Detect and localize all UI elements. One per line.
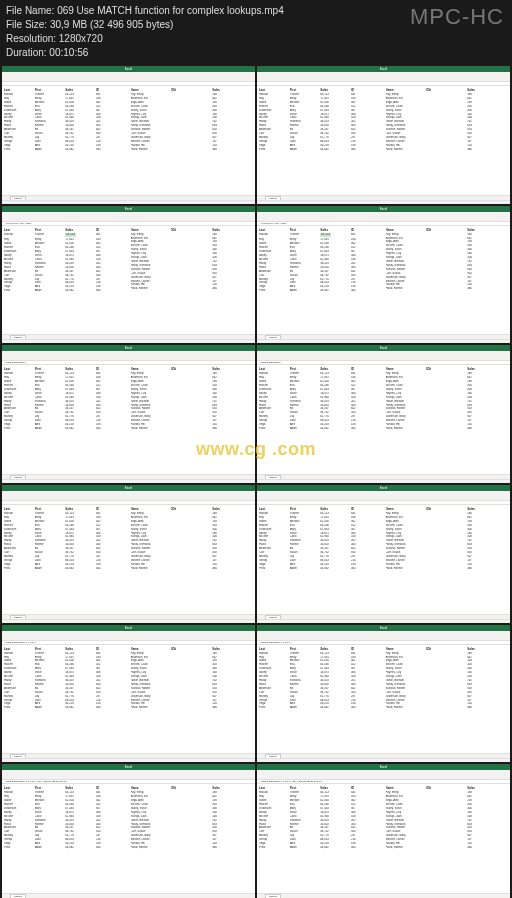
thumbnail-8[interactable]: Excel=INDEX($I$3:$I$17,MATCH(LastFirstSa… (2, 625, 255, 763)
cell: Hood, Ronnie (386, 427, 427, 431)
cell: 384 (212, 148, 253, 152)
col-header: Sales (65, 507, 96, 511)
col-header: ID# (171, 507, 212, 511)
cell (171, 427, 212, 431)
col-header: Name (386, 507, 427, 511)
cell: Hood, Ronnie (131, 846, 172, 850)
col-header: ID (351, 367, 382, 371)
table-row: Hood, Ronnie384 (131, 427, 254, 431)
excel-ribbon (2, 351, 255, 361)
cell: 384 (212, 567, 253, 571)
col-header: First (290, 367, 321, 371)
table-row: Hood, Ronnie384 (131, 846, 254, 850)
cell: 364 (96, 427, 127, 431)
col-header: ID (96, 367, 127, 371)
col-header: Last (259, 507, 290, 511)
cell: Adam (35, 427, 66, 431)
thumbnail-7[interactable]: ExcelLastFirstSalesIDRandolYvonne63,1138… (257, 485, 510, 623)
cell: 364 (351, 846, 382, 850)
worksheet-area: LastFirstSalesIDRandolYvonne63,113831Hoy… (257, 86, 510, 198)
cell: 364 (351, 567, 382, 571)
data-table-left: LastFirstSalesIDRandolYvonne63,113831Hoy… (2, 365, 129, 477)
excel-ribbon (257, 491, 510, 501)
status-bar (257, 758, 510, 762)
col-header: ID (351, 647, 382, 651)
col-header: ID# (171, 786, 212, 790)
col-header: ID# (426, 647, 467, 651)
duration-value: 00:10:56 (49, 46, 88, 60)
col-header: Sales (212, 88, 253, 92)
cell: Adam (290, 706, 321, 710)
col-header: Sales (320, 647, 351, 651)
excel-ribbon (257, 212, 510, 222)
col-header: Last (259, 367, 290, 371)
thumbnail-2[interactable]: Excel=VLOOKUP(A3&", "&B3,LastFirstSalesI… (2, 206, 255, 344)
thumbnail-11[interactable]: Excel=INDEX($I$3:$I$17,MATCH(A3&", "&B3,… (257, 764, 510, 898)
col-header: Sales (65, 786, 96, 790)
cell: Frost (259, 427, 290, 431)
col-header: ID (96, 228, 127, 232)
thumbnail-4[interactable]: Excel=INDEX($I$3:$I$17,LastFirstSalesIDR… (2, 345, 255, 483)
table-row: Hood, Ronnie384 (131, 287, 254, 291)
thumbnail-0[interactable]: ExcelLastFirstSalesIDRandolYvonne63,1138… (2, 66, 255, 204)
data-table-right: NameID#SalesRoy, Emily189Anderson, Ed642… (384, 645, 511, 757)
table-row: FrostAdam43,082364 (4, 148, 127, 152)
cell: 364 (96, 846, 127, 850)
col-header: ID (351, 88, 382, 92)
col-header: ID# (171, 647, 212, 651)
table-row: Hood, Ronnie384 (386, 148, 509, 152)
thumbnail-1[interactable]: ExcelLastFirstSalesIDRandolYvonne63,1138… (257, 66, 510, 204)
col-header: Name (386, 647, 427, 651)
col-header: First (35, 88, 66, 92)
player-name-label: MPC-HC (410, 4, 504, 30)
col-header: Last (4, 228, 35, 232)
worksheet-area: LastFirstSalesIDRandolYvonne63,113831Hoy… (2, 505, 255, 617)
col-header: Name (131, 786, 172, 790)
col-header: ID# (171, 367, 212, 371)
col-header: ID (351, 786, 382, 790)
thumbnail-3[interactable]: Excel=VLOOKUP(A3&", "&B3,LastFirstSalesI… (257, 206, 510, 344)
table-row: FrostAdam43,082364 (259, 289, 382, 293)
data-table-left: LastFirstSalesIDRandolYvonne63,113831Hoy… (2, 226, 129, 338)
thumbnail-6[interactable]: ExcelLastFirstSalesIDRandolYvonne63,1138… (2, 485, 255, 623)
worksheet-area: LastFirstSalesIDRandolYvonne63,113831Hoy… (257, 226, 510, 338)
col-header: Sales (65, 367, 96, 371)
cell: Hood, Ronnie (386, 846, 427, 850)
table-row: Hood, Ronnie384 (131, 706, 254, 710)
table-row: FrostAdam43,082364 (4, 427, 127, 431)
cell: 43,082 (65, 706, 96, 710)
col-header: Sales (320, 228, 351, 232)
col-header: Name (131, 507, 172, 511)
cell: 43,082 (320, 289, 351, 293)
thumbnail-9[interactable]: Excel=INDEX($I$3:$I$17,MATCH(LastFirstSa… (257, 625, 510, 763)
cell (426, 846, 467, 850)
cell: 364 (351, 706, 382, 710)
col-header: Name (131, 88, 172, 92)
cell: Adam (290, 148, 321, 152)
worksheet-area: LastFirstSalesIDRandolYvonne63,113831Hoy… (257, 365, 510, 477)
cell: Frost (4, 567, 35, 571)
cell: 384 (467, 148, 508, 152)
col-header: Sales (320, 786, 351, 790)
data-table-right: NameID#SalesRoy, Emily189Anderson, Ed642… (129, 645, 256, 757)
data-table-left: LastFirstSalesIDRandolYvonne63,113831Hoy… (257, 505, 384, 617)
col-header: Last (259, 228, 290, 232)
cell: 43,082 (65, 427, 96, 431)
col-header: Last (4, 647, 35, 651)
col-header: Name (131, 647, 172, 651)
cell: 43,082 (65, 567, 96, 571)
table-row: FrostAdam43,082364 (4, 706, 127, 710)
cell: Adam (35, 706, 66, 710)
col-header: Name (131, 228, 172, 232)
thumbnail-10[interactable]: Excel=INDEX($I$3:$I$17,MATCH(A3&", "&B3,… (2, 764, 255, 898)
cell: 43,082 (65, 846, 96, 850)
file-size-value: 30,9 MB (32 496 905 bytes) (50, 18, 173, 32)
cell: Hood, Ronnie (131, 706, 172, 710)
thumbnail-5[interactable]: Excel=INDEX($I$3:$I$17,LastFirstSalesIDR… (257, 345, 510, 483)
file-name-value: 069 Use MATCH function for complex looku… (57, 4, 284, 18)
table-row: FrostAdam43,082364 (259, 148, 382, 152)
col-header: First (35, 507, 66, 511)
cell (171, 567, 212, 571)
col-header: First (35, 647, 66, 651)
data-table-left: LastFirstSalesIDRandolYvonne63,113831Hoy… (2, 645, 129, 757)
